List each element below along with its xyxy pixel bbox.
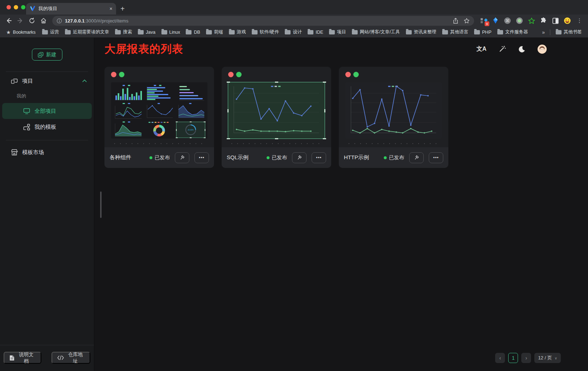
page-size-select[interactable]: 12 / 页 ∨	[534, 353, 561, 363]
bookmark-folder[interactable]: 运营	[40, 28, 62, 36]
more-actions-button[interactable]: •••	[194, 152, 209, 163]
bookmarks-overflow-icon[interactable]: »	[540, 29, 547, 35]
bookmark-folder[interactable]: DB	[183, 29, 202, 36]
chart-legend	[271, 86, 281, 87]
bookmark-folder[interactable]: 资讯未整理	[403, 28, 439, 36]
url-bar[interactable]: 127.0.0.1:3000/#/project/items	[52, 16, 474, 26]
user-avatar[interactable]	[538, 45, 547, 54]
more-actions-button[interactable]: •••	[429, 152, 443, 163]
prev-page-button[interactable]: ‹	[495, 353, 505, 363]
extension-emoji-icon[interactable]	[563, 16, 572, 25]
selection-handle[interactable]	[324, 109, 325, 112]
dark-mode-moon-icon[interactable]	[518, 46, 525, 53]
extension-star-icon[interactable]	[527, 16, 536, 25]
bookmark-folder[interactable]: 文件服务器	[495, 28, 531, 36]
bookmark-star-icon[interactable]	[464, 18, 470, 24]
status-badge: 已发布	[149, 154, 170, 161]
back-icon[interactable]	[4, 16, 14, 26]
line-chart	[348, 84, 439, 136]
minimize-window-button[interactable]	[14, 5, 18, 9]
main-header: 大屏报表的列表 文A	[94, 38, 588, 60]
selection-handle[interactable]	[323, 82, 326, 83]
new-project-button[interactable]: 新建	[32, 49, 62, 61]
line-chart	[231, 84, 322, 136]
selection-handle[interactable]	[275, 138, 278, 139]
extension-kite-icon[interactable]	[491, 16, 500, 25]
next-page-button[interactable]: ›	[521, 353, 531, 363]
hammer-icon	[296, 155, 302, 161]
extension-darkreader-icon[interactable]	[551, 16, 560, 25]
selection-handle[interactable]	[227, 82, 230, 83]
bookmark-folder[interactable]: 项目	[326, 28, 349, 36]
more-actions-button[interactable]: •••	[312, 152, 326, 163]
project-card[interactable]: 25.00% 各种组件 已发布	[104, 67, 214, 168]
sidebar-item-label: 我的模板	[34, 124, 56, 131]
bookmark-folder[interactable]: 游戏	[226, 28, 248, 36]
sidebar-item-my-templates[interactable]: 我的模板	[2, 119, 92, 135]
bookmark-folder[interactable]: PHP	[472, 29, 494, 36]
extension-command-icon[interactable]: ⌘	[503, 16, 512, 25]
extensions-puzzle-icon[interactable]	[539, 16, 548, 25]
close-window-button[interactable]	[7, 5, 11, 9]
sidebar-item-all-projects[interactable]: 全部项目	[2, 103, 92, 119]
bookmark-folder[interactable]: 其他语言	[440, 28, 471, 36]
home-icon[interactable]	[38, 16, 49, 26]
selection-handle[interactable]	[227, 138, 230, 139]
tab-close-icon[interactable]: ×	[110, 6, 112, 12]
edit-project-button[interactable]	[409, 152, 424, 163]
language-icon[interactable]: 文A	[476, 45, 486, 53]
bookmark-folder[interactable]: IDE	[305, 29, 326, 36]
forward-icon[interactable]	[15, 16, 25, 26]
extension-blocks-icon[interactable]: 9	[479, 16, 488, 25]
new-tab-button[interactable]: +	[120, 4, 125, 14]
reload-icon[interactable]	[27, 16, 37, 26]
current-page-button[interactable]: 1	[508, 353, 518, 363]
edit-project-button[interactable]	[175, 152, 189, 163]
sidebar-item-template-market[interactable]: 模板市场	[0, 143, 94, 161]
selection-handle[interactable]	[275, 82, 278, 83]
selection-handle[interactable]	[323, 138, 326, 139]
browser-tab[interactable]: 我的项目 ×	[26, 3, 116, 15]
status-dot	[267, 156, 270, 159]
bookmark-folder[interactable]: 近期需要读的文章	[62, 28, 112, 36]
extension-record-icon[interactable]	[515, 16, 524, 25]
project-card[interactable]: HTTP示例 已发布 •••	[339, 67, 448, 168]
bookmark-folder[interactable]: 设计	[282, 28, 304, 36]
traffic-lights[interactable]	[7, 5, 25, 9]
site-info-icon[interactable]	[57, 18, 62, 24]
folder-icon	[308, 30, 313, 34]
sidebar-sublabel-mine: 我的	[0, 90, 94, 103]
selection-handle[interactable]	[227, 109, 229, 112]
zoom-window-button[interactable]	[21, 5, 25, 9]
bookmark-folder[interactable]: 网站/博客/文章/工具	[349, 28, 402, 36]
green-dot	[236, 72, 242, 77]
bookmarks-manager[interactable]: ★ Bookmarks	[4, 28, 38, 36]
share-icon[interactable]	[453, 18, 459, 24]
folder-icon	[42, 30, 48, 34]
dotted-divider	[346, 143, 441, 144]
docs-button[interactable]: 说明文档	[4, 352, 41, 364]
repo-button[interactable]: 仓库地址	[52, 352, 90, 364]
bookmark-folder[interactable]: 前端	[203, 28, 226, 36]
edit-project-button[interactable]	[292, 152, 307, 163]
mini-gradient-hbar-chart	[176, 84, 206, 102]
extension-badge: 9	[485, 21, 489, 26]
project-card[interactable]: SQL示例 已发布 •••	[222, 67, 331, 168]
chevron-down-icon: ∨	[555, 356, 557, 360]
site-favicon	[30, 6, 36, 12]
other-bookmarks[interactable]: 其他书签	[553, 28, 584, 36]
chevron-up-icon[interactable]	[82, 79, 87, 82]
status-badge: 已发布	[384, 154, 404, 161]
green-dot	[353, 72, 359, 77]
bookmark-folder[interactable]: Linux	[159, 29, 183, 36]
bookmark-folder[interactable]: 软件/硬件	[249, 28, 281, 36]
browser-menu-icon[interactable]: ⋮	[575, 17, 584, 24]
folder-icon	[474, 30, 480, 34]
magic-wand-icon[interactable]	[499, 45, 506, 53]
sidebar-group-projects[interactable]: 项目	[0, 72, 94, 90]
bookmark-folder[interactable]: 搜索	[112, 28, 135, 36]
bookmark-folder[interactable]: Java	[135, 29, 158, 36]
status-label: 已发布	[272, 154, 287, 161]
scrollbar-thumb[interactable]	[100, 191, 102, 218]
template-flow-icon	[23, 124, 30, 131]
